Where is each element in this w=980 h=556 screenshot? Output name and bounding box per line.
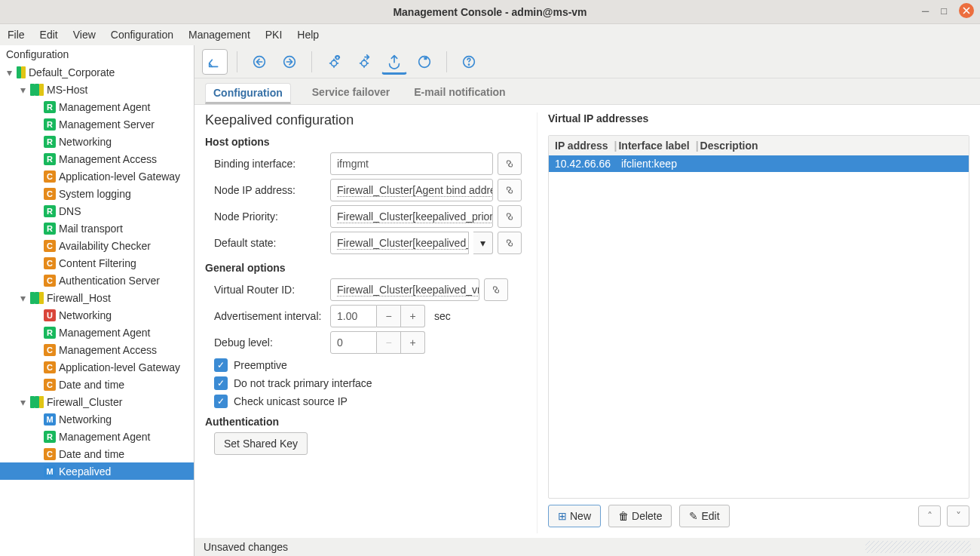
svg-point-7 <box>468 64 469 65</box>
tree-item[interactable]: CDate and time <box>0 445 194 462</box>
content-area: Configuration Service failover E-mail no… <box>194 45 980 556</box>
tree-item[interactable]: CSystem logging <box>0 185 194 202</box>
vip-col-iflabel[interactable]: Interface label <box>618 140 694 152</box>
set-shared-key-button[interactable]: Set Shared Key <box>214 432 308 455</box>
toolbar-pull-button[interactable] <box>247 49 272 75</box>
tree-item[interactable]: RDNS <box>0 202 194 220</box>
input-vrid[interactable]: Firewall_Cluster[keepalived_vrid] <box>330 278 479 301</box>
section-general-options: General options <box>205 262 522 274</box>
close-button[interactable] <box>959 3 974 18</box>
dropdown-default-state[interactable]: ▾ <box>473 232 493 254</box>
vip-row[interactable]: 10.42.66.66 ifclient:keep <box>549 155 969 172</box>
tree-item[interactable]: RManagement Agent <box>0 428 194 445</box>
maximize-button[interactable]: □ <box>941 5 947 17</box>
expand-icon[interactable]: ▾ <box>5 66 14 78</box>
menu-file[interactable]: File <box>8 29 25 41</box>
tree-item[interactable]: RNetworking <box>0 133 194 150</box>
link-button-binding-interface[interactable] <box>498 152 522 175</box>
menu-management[interactable]: Management <box>188 29 250 41</box>
config-tree[interactable]: ▾Default_Corporate▾MS-HostRManagement Ag… <box>0 63 194 556</box>
decrement-adv-interval[interactable]: − <box>377 305 401 327</box>
tree-item-label: MS-Host <box>47 84 87 96</box>
tree-item[interactable]: RManagement Server <box>0 115 194 133</box>
expand-icon[interactable]: ▾ <box>18 396 27 408</box>
input-node-priority[interactable]: Firewall_Cluster[keepalived_priority] <box>330 205 493 228</box>
svg-point-3 <box>336 56 339 59</box>
tab-configuration[interactable]: Configuration <box>205 83 291 104</box>
move-down-button[interactable]: ˅ <box>947 505 969 527</box>
toolbar-up-button[interactable] <box>202 49 228 75</box>
tree-item[interactable]: MNetworking <box>0 410 194 428</box>
vip-col-ip[interactable]: IP address <box>555 140 613 152</box>
toolbar-upload-button[interactable] <box>381 49 407 75</box>
component-badge-icon: R <box>44 223 56 235</box>
checkbox-preemptive-row[interactable]: ✓ Preemptive <box>205 358 522 372</box>
resize-grip[interactable] <box>865 541 971 553</box>
checkbox-preemptive[interactable]: ✓ <box>214 358 228 372</box>
link-button-default-state[interactable] <box>498 232 522 254</box>
tree-item-label: Firewall_Host <box>47 292 111 304</box>
vip-table-empty <box>549 172 969 498</box>
tree-item[interactable]: CApplication-level Gateway <box>0 358 194 376</box>
tree-item[interactable]: ▾MS-Host <box>0 81 194 98</box>
tab-service-failover[interactable]: Service failover <box>309 83 394 104</box>
tree-item[interactable]: CAvailability Checker <box>0 237 194 254</box>
tree-item[interactable]: ▾Default_Corporate <box>0 63 194 81</box>
decrement-debug-level[interactable]: − <box>377 331 401 354</box>
input-node-ip[interactable]: Firewall_Cluster[Agent bind address] <box>330 179 493 201</box>
tree-item[interactable]: CManagement Access <box>0 341 194 358</box>
label-debug-level: Debug level: <box>205 336 326 349</box>
menu-configuration[interactable]: Configuration <box>111 29 173 41</box>
tree-item[interactable]: RMail transport <box>0 220 194 237</box>
new-button[interactable]: ⊞ New <box>548 505 601 527</box>
link-button-node-priority[interactable] <box>498 205 522 228</box>
checkbox-unicast-row[interactable]: ✓ Check unicast source IP <box>205 395 522 408</box>
tree-item[interactable]: CDate and time <box>0 376 194 393</box>
input-adv-interval[interactable]: 1.00 <box>330 305 377 327</box>
toolbar-sync-config-button[interactable] <box>351 49 377 75</box>
tree-item-label: Availability Checker <box>59 240 151 252</box>
expand-icon[interactable]: ▾ <box>18 292 27 304</box>
menu-pki[interactable]: PKI <box>265 29 283 41</box>
tree-item[interactable]: RManagement Access <box>0 150 194 167</box>
window-title: Management Console - admin@ms-vm <box>393 6 586 18</box>
checkbox-notrack-row[interactable]: ✓ Do not track primary interface <box>205 376 522 390</box>
section-vip: Virtual IP addresses <box>548 112 969 124</box>
vip-table[interactable]: IP address| Interface label| Description… <box>548 135 969 499</box>
input-debug-level[interactable]: 0 <box>330 331 377 354</box>
checkbox-notrack[interactable]: ✓ <box>214 376 228 390</box>
menu-edit[interactable]: Edit <box>40 29 58 41</box>
menu-help[interactable]: Help <box>297 29 319 41</box>
increment-adv-interval[interactable]: + <box>401 305 425 327</box>
tree-item[interactable]: RManagement Agent <box>0 324 194 341</box>
link-button-vrid[interactable] <box>484 278 508 301</box>
select-default-state[interactable]: Firewall_Cluster[keepalived_state] <box>330 232 469 254</box>
link-button-node-ip[interactable] <box>498 179 522 201</box>
tree-item[interactable]: CAuthentication Server <box>0 272 194 289</box>
tree-item[interactable]: ▾Firewall_Cluster <box>0 393 194 410</box>
checkbox-unicast[interactable]: ✓ <box>214 395 228 408</box>
toolbar-help-button[interactable] <box>456 49 482 75</box>
vip-col-desc[interactable]: Description <box>700 140 763 152</box>
input-binding-interface[interactable]: ifmgmt <box>330 152 493 175</box>
edit-button[interactable]: ✎ Edit <box>679 505 729 527</box>
increment-debug-level[interactable]: + <box>401 331 425 354</box>
tab-email-notification[interactable]: E-mail notification <box>411 83 508 104</box>
toolbar-view-config-button[interactable] <box>321 49 347 75</box>
expand-icon[interactable]: ▾ <box>18 84 27 96</box>
toolbar-refresh-button[interactable] <box>412 49 437 75</box>
tree-item[interactable]: CContent Filtering <box>0 254 194 272</box>
label-vrid: Virtual Router ID: <box>205 284 326 296</box>
tree-item[interactable]: RManagement Agent <box>0 98 194 115</box>
tree-item[interactable]: MKeepalived <box>0 462 194 480</box>
minimize-button[interactable]: ─ <box>922 5 929 17</box>
host-icon <box>30 292 44 304</box>
toolbar-push-button[interactable] <box>277 49 302 75</box>
tree-item[interactable]: ▾Firewall_Host <box>0 289 194 306</box>
delete-button[interactable]: 🗑 Delete <box>608 505 672 527</box>
move-up-button[interactable]: ˄ <box>918 505 941 527</box>
menu-view[interactable]: View <box>73 29 96 41</box>
tree-item[interactable]: UNetworking <box>0 306 194 324</box>
tree-item-label: Management Access <box>59 153 157 165</box>
tree-item[interactable]: CApplication-level Gateway <box>0 167 194 185</box>
